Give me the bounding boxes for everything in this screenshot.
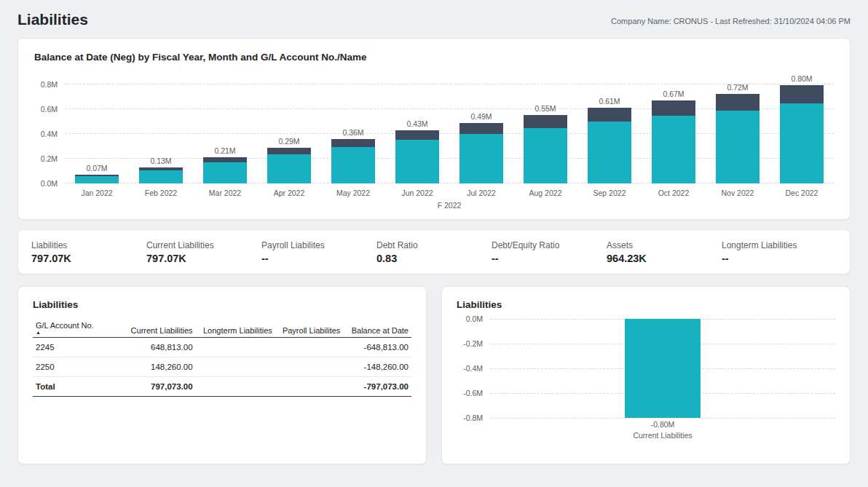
bar-segment-2245[interactable] (588, 122, 631, 183)
y-axis-tick-label: 0.0M (466, 314, 483, 323)
bar-data-label: 0.49M (470, 112, 492, 121)
y-axis-tick-label: -0.6M (463, 389, 483, 397)
x-axis-category-label: Oct 2022 (642, 189, 706, 197)
balance-chart-title: Balance at Date (Neg) by Fiscal Year, Mo… (34, 52, 834, 63)
kpi-label: Liabilities (31, 240, 141, 250)
column-header[interactable]: Longterm Liabilities (196, 318, 275, 338)
x-axis-category-label: Apr 2022 (257, 189, 321, 197)
x-axis-category-label: Feb 2022 (129, 189, 193, 197)
kpi-item[interactable]: Payroll Liabilites-- (261, 240, 376, 264)
bar-segment-2245[interactable] (524, 128, 567, 183)
kpi-value: 797.07K (146, 253, 256, 264)
table-cell[interactable]: 2250 (33, 357, 105, 377)
bar-segment-2250[interactable] (459, 123, 503, 135)
column-header[interactable]: Balance at Date (343, 318, 411, 338)
kpi-value: -- (722, 253, 831, 264)
bar-segment-2245[interactable] (139, 170, 183, 183)
bar-segment-2250[interactable] (716, 94, 760, 111)
current-liabilities-chart-category-label: Current Liabilities (490, 431, 835, 440)
bar-segment-2245[interactable] (331, 147, 375, 183)
y-axis-tick-label: 0.4M (41, 130, 58, 138)
y-axis-tick-label: 0.0M (41, 179, 58, 188)
bar-column: 0.55M (513, 74, 577, 183)
bar-segment-2250[interactable] (524, 115, 567, 127)
bar-segment-2250[interactable] (780, 85, 824, 103)
table-row[interactable]: 2245648,813.00-648,813.00 (33, 338, 411, 357)
y-axis-tick-label: 0.8M (41, 80, 58, 89)
bar-segment-2250[interactable] (588, 108, 631, 122)
table-cell[interactable]: -148,260.00 (343, 357, 411, 377)
total-cell (275, 377, 344, 397)
bar-data-label: 0.72M (727, 83, 748, 92)
table-cell[interactable]: 2245 (33, 338, 105, 357)
current-liabilities-chart-card: Liabilities 0.0M-0.2M-0.4M-0.6M-0.8M -0.… (441, 286, 851, 464)
bar-column: 0.61M (577, 74, 642, 183)
table-cell[interactable]: -648,813.00 (343, 338, 411, 357)
bar-segment-2245[interactable] (267, 154, 311, 183)
total-cell: Total (33, 377, 105, 397)
kpi-item[interactable]: Debt/Equity Ratio-- (492, 240, 607, 264)
table-cell[interactable] (275, 338, 344, 357)
table-header-row: G/L Account No.▲Current LiabilitiesLongt… (33, 318, 411, 338)
bar-segment-2250[interactable] (652, 100, 695, 116)
bar-segment-2250[interactable] (331, 139, 375, 147)
bar-column: 0.80M (770, 74, 834, 183)
bar-segment-2245[interactable] (716, 111, 760, 183)
bar-segment-2250[interactable] (203, 157, 247, 162)
bar-segment-2245[interactable] (780, 103, 824, 183)
bar-segment-2245[interactable] (652, 116, 695, 183)
table-cell[interactable]: 148,260.00 (105, 357, 196, 377)
bar-segment-2250[interactable] (267, 148, 311, 154)
kpi-item[interactable]: Assets964.23K (607, 240, 722, 264)
table-row[interactable]: 2250148,260.00-148,260.00 (33, 357, 411, 377)
liabilities-table-title: Liabilities (33, 299, 411, 310)
bar-data-label: -0.80M (625, 420, 701, 429)
current-liabilities-chart-plot-column: -0.80M Current Liabilities (490, 319, 835, 440)
y-axis-tick-label: -0.2M (463, 339, 483, 348)
column-header-label: Longterm Liabilities (203, 326, 272, 335)
bar-data-label: 0.29M (278, 137, 299, 146)
total-cell (196, 377, 275, 397)
y-axis-tick-label: -0.4M (463, 364, 483, 373)
bar-data-label: 0.43M (406, 119, 427, 128)
x-axis-category-label: Dec 2022 (770, 189, 834, 197)
bar-data-label: 0.80M (791, 74, 812, 83)
bar-segment-2245[interactable] (203, 162, 247, 183)
kpi-item[interactable]: Current Liabilities797.07K (146, 240, 261, 264)
table-cell[interactable] (196, 338, 275, 357)
bar-series: 0.07M0.13M0.21M0.29M0.36M0.43M0.49M0.55M… (65, 74, 834, 183)
column-header[interactable]: G/L Account No.▲ (33, 318, 105, 338)
bar-column: 0.43M (385, 74, 449, 183)
bottom-row: Liabilities G/L Account No.▲Current Liab… (17, 286, 851, 464)
kpi-label: Assets (607, 240, 716, 250)
x-axis-category-label: Nov 2022 (706, 189, 770, 197)
kpi-value: 797.07K (31, 253, 141, 264)
kpi-card: Liabilities797.07KCurrent Liabilities797… (17, 229, 851, 274)
balance-chart: 0.0M0.2M0.4M0.6M0.8M 0.07M0.13M0.21M0.29… (34, 74, 834, 210)
current-liabilities-bar[interactable] (625, 319, 701, 418)
kpi-item[interactable]: Longterm Liabilities-- (722, 240, 837, 264)
table-cell[interactable] (196, 357, 275, 377)
column-header-label: Balance at Date (352, 326, 409, 335)
bar-data-label: 0.61M (599, 97, 620, 106)
kpi-label: Debt Ratio (376, 240, 486, 250)
bar-data-label: 0.55M (534, 104, 556, 113)
kpi-item[interactable]: Liabilities797.07K (31, 240, 146, 264)
page-title: Liabilities (17, 11, 88, 28)
column-header-label: G/L Account No. (36, 321, 94, 330)
bar-segment-2250[interactable] (395, 130, 439, 140)
report-page: Liabilities Company Name: CRONUS - Last … (0, 0, 868, 464)
bar-segment-2245[interactable] (395, 140, 439, 183)
bar-segment-2245[interactable] (459, 134, 503, 183)
kpi-item[interactable]: Debt Ratio0.83 (376, 240, 492, 264)
column-header[interactable]: Current Liabilities (105, 318, 196, 338)
table-cell[interactable] (275, 357, 344, 377)
total-cell: 797,073.00 (105, 377, 196, 397)
bar-data-label: 0.07M (86, 164, 107, 173)
x-axis-category-label: Jun 2022 (385, 189, 449, 197)
column-header[interactable]: Payroll Liabilites (275, 318, 344, 338)
bar-segment-2245[interactable] (75, 176, 119, 183)
x-axis-category-label: Sep 2022 (577, 189, 642, 197)
page-header: Liabilities Company Name: CRONUS - Last … (17, 0, 851, 38)
table-cell[interactable]: 648,813.00 (105, 338, 196, 357)
